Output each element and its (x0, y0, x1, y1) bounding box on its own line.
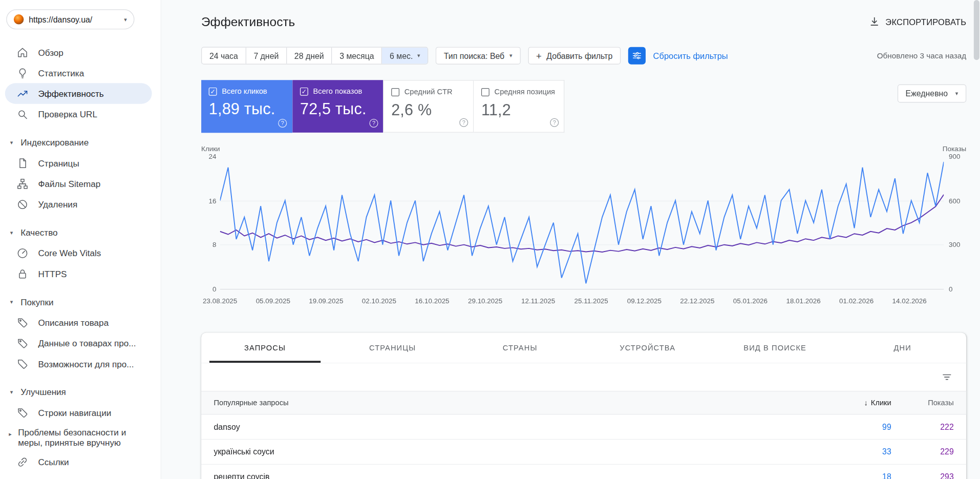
sidebar-item-insights[interactable]: Статистика (0, 63, 161, 83)
sidebar-item-label: Файлы Sitemap (38, 179, 100, 189)
help-icon[interactable]: ? (550, 118, 559, 127)
chevron-down-icon: ▾ (509, 53, 513, 58)
sidebar-item-core-web-vitals[interactable]: Core Web Vitals (0, 243, 161, 263)
range-24h[interactable]: 24 часа (202, 48, 246, 64)
clicks-cell: 18 (821, 472, 891, 479)
sidebar-item-pages[interactable]: Страницы (0, 153, 161, 173)
clicks-column-header[interactable]: ↓ Клики (821, 399, 891, 407)
sidebar-item-breadcrumbs[interactable]: Строки навигации (0, 402, 161, 423)
sidebar-item-removals[interactable]: Удаления (0, 194, 161, 214)
chart-canvas[interactable] (220, 156, 944, 289)
checkbox-unchecked[interactable] (391, 88, 399, 96)
x-axis-tick: 14.02.2026 (892, 297, 927, 305)
title-row: Эффективность ЭКСПОРТИРОВАТЬ (201, 12, 966, 31)
checkbox-checked[interactable]: ✓ (300, 87, 308, 95)
tab-devices[interactable]: УСТРОЙСТВА (584, 332, 711, 363)
x-axis-line (220, 289, 944, 289)
range-6m-selected[interactable]: 6 мес. ▾ (382, 48, 428, 64)
sidebar-item-label: Core Web Vitals (38, 248, 101, 258)
table-row[interactable]: українські соуси 33 229 (201, 440, 966, 465)
scrollbar-thumb[interactable] (974, 0, 979, 60)
sidebar-item-url-inspection[interactable]: Проверка URL (0, 104, 161, 124)
impressions-cell: 229 (891, 447, 954, 456)
x-axis-tick: 16.10.2025 (415, 297, 449, 305)
add-filter-button[interactable]: + Добавить фильтр (528, 47, 621, 65)
filter-bar: 24 часа 7 дней 28 дней 3 месяца 6 мес. ▾… (201, 46, 966, 65)
y-axis-tick: 300 (949, 241, 966, 248)
range-28d[interactable]: 28 дней (287, 48, 332, 64)
metric-value: 2,6 % (391, 101, 465, 119)
query-cell: українські соуси (214, 447, 821, 456)
query-column-header[interactable]: Популярные запросы (214, 399, 821, 407)
table-row[interactable]: рецепти соусів 18 293 (201, 465, 966, 479)
sidebar-item-label: Эффективность (38, 89, 103, 99)
sidebar-item-label: Проблемы безопасности и меры, принятые в… (18, 427, 152, 449)
sidebar-item-label: Обзор (38, 47, 63, 57)
sidebar-item-label: Возможности для про... (38, 359, 134, 369)
sidebar-item-https[interactable]: HTTPS (0, 263, 161, 284)
sidebar-item-label: Проверка URL (38, 109, 97, 119)
x-axis-tick: 05.01.2026 (733, 297, 768, 305)
property-url: https://dansoy.ua/ (29, 15, 119, 24)
clicks-cell: 33 (821, 447, 891, 456)
help-icon[interactable]: ? (459, 118, 468, 127)
help-icon[interactable]: ? (369, 119, 378, 128)
help-icon[interactable]: ? (278, 119, 287, 128)
filter-list-icon[interactable] (941, 371, 952, 383)
sidebar-item-product-snippets[interactable]: Описания товара (0, 312, 161, 332)
checkbox-checked[interactable]: ✓ (209, 87, 217, 95)
total-impressions-card[interactable]: ✓ Всего показов 72,5 тыс. ? (292, 80, 383, 133)
trending-up-icon (16, 87, 29, 99)
total-clicks-card[interactable]: ✓ Всего кликов 1,89 тыс. ? (201, 80, 292, 133)
dimensions-table-card: ЗАПРОСЫ СТРАНИЦЫ СТРАНЫ УСТРОЙСТВА ВИД В… (201, 332, 966, 479)
sidebar-item-label: Статистика (38, 68, 84, 78)
sidebar-item-security-manual-actions[interactable]: ▸ Проблемы безопасности и меры, принятые… (0, 424, 161, 452)
x-axis-tick: 19.09.2025 (309, 297, 343, 305)
property-selector[interactable]: https://dansoy.ua/ ▾ (6, 9, 134, 29)
avg-ctr-card[interactable]: Средний CTR 2,6 % ? (383, 80, 474, 133)
metric-label: Всего показов (313, 87, 363, 96)
impressions-column-header[interactable]: Показы (891, 399, 954, 407)
sidebar-item-performance[interactable]: Эффективность (5, 83, 152, 103)
y-axis-tick: 900 (949, 153, 966, 160)
checkbox-unchecked[interactable] (481, 88, 489, 96)
sidebar-item-overview[interactable]: Обзор (0, 42, 161, 63)
filter-settings-button[interactable] (628, 47, 646, 65)
page-title: Эффективность (201, 15, 295, 29)
last-updated-text: Обновлено 3 часа назад (877, 51, 966, 60)
link-icon (16, 455, 29, 468)
sidebar-item-links[interactable]: Ссылки (0, 451, 161, 472)
tab-search-appearance[interactable]: ВИД В ПОИСКЕ (711, 332, 839, 363)
search-type-filter[interactable]: Тип поиска: Веб ▾ (436, 47, 520, 65)
sidebar-item-sitemaps[interactable]: Файлы Sitemap (0, 173, 161, 194)
query-cell: dansoy (214, 422, 821, 431)
export-button[interactable]: ЭКСПОРТИРОВАТЬ (868, 16, 966, 28)
metric-value: 11,2 (481, 101, 556, 119)
sidebar-section-quality[interactable]: ▾ Качество (0, 223, 161, 243)
granularity-select[interactable]: Ежедневно ▾ (898, 85, 966, 102)
sidebar-section-indexing[interactable]: ▾ Индексирование (0, 133, 161, 153)
vertical-scrollbar[interactable] (974, 0, 979, 479)
tag-icon (16, 316, 29, 328)
range-7d[interactable]: 7 дней (246, 48, 287, 64)
tab-queries[interactable]: ЗАПРОСЫ (201, 332, 329, 363)
reset-filters-link[interactable]: Сбросить фильтры (653, 51, 728, 60)
avg-position-card[interactable]: Средняя позиция 11,2 ? (474, 80, 564, 133)
gsc-performance-page: https://dansoy.ua/ ▾ Обзор Статистика Эф… (0, 0, 980, 479)
metric-label: Средняя позиция (495, 88, 555, 96)
range-3m[interactable]: 3 месяца (332, 48, 382, 64)
y-axis-tick: 0 (949, 285, 966, 293)
clicks-cell: 99 (821, 422, 891, 431)
sidebar-item-shopping-opportunities[interactable]: Возможности для про... (0, 353, 161, 374)
sidebar-section-enhancements[interactable]: ▾ Улучшения (0, 382, 161, 402)
tab-pages[interactable]: СТРАНИЦЫ (329, 332, 456, 363)
breadcrumb-tag-icon (16, 406, 29, 419)
tab-dates[interactable]: ДНИ (839, 332, 966, 363)
table-row[interactable]: dansoy 99 222 (201, 414, 966, 440)
clicks-line (220, 162, 944, 283)
sidebar-section-shopping[interactable]: ▾ Покупки (0, 292, 161, 312)
sidebar-item-merchant-listings[interactable]: Данные о товарах про... (0, 332, 161, 353)
tab-countries[interactable]: СТРАНЫ (456, 332, 584, 363)
metrics-row: ✓ Всего кликов 1,89 тыс. ? ✓ Всего показ… (201, 80, 966, 133)
x-axis-tick: 29.10.2025 (468, 297, 502, 305)
